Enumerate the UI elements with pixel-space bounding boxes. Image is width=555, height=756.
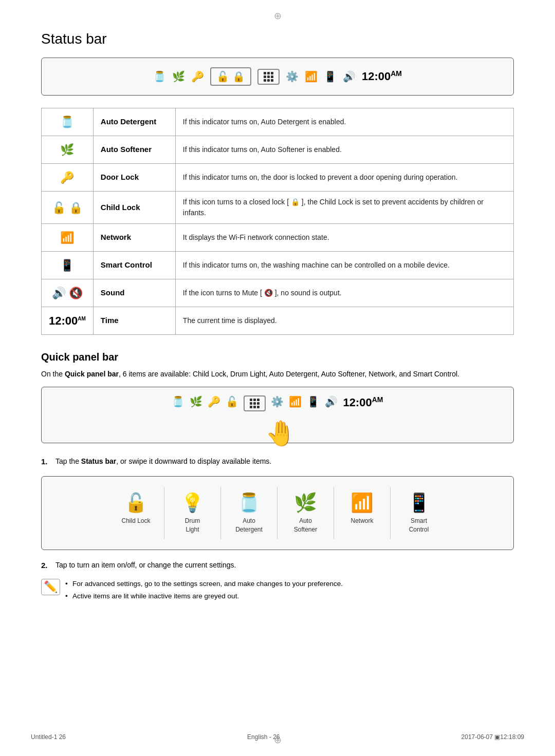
panel-auto-softener-label: AutoSoftener xyxy=(294,517,317,534)
note-bullets: For advanced settings, go to the setting… xyxy=(65,578,343,603)
smart-control-desc: If this indicator turns on, the washing … xyxy=(175,252,513,279)
table-row: 🔓 🔒 Child Lock If this icon turns to a c… xyxy=(42,192,514,224)
panel-network-icon: 📶 xyxy=(350,492,374,514)
step-1-text: Tap the Status bar, or swipe it downward… xyxy=(55,456,271,467)
settings-icon: ⚙️ xyxy=(286,70,299,83)
door-lock-icon-cell: 🔑 xyxy=(42,164,94,192)
sound-desc: If the icon turns to Mute [ 🔇 ], no soun… xyxy=(175,279,513,307)
hand-pointer-icon: 🤚 xyxy=(265,419,296,448)
door-lock-icon: 🔑 xyxy=(191,70,204,83)
auto-softener-desc: If this indicator turns on, Auto Softene… xyxy=(175,136,513,164)
panel-item-network: 📶 Network xyxy=(334,487,391,539)
note-section: ✏️ For advanced settings, go to the sett… xyxy=(41,578,514,603)
auto-softener-icon-cell: 🌿 xyxy=(42,136,94,164)
section-title: Status bar xyxy=(41,31,514,47)
time-display: 12:00AM xyxy=(362,69,402,83)
panel-auto-detergent-icon: 🫙 xyxy=(237,492,261,514)
table-row: 🔊 🔇 Sound If the icon turns to Mute [ 🔇 … xyxy=(42,279,514,307)
child-lock-label: Child Lock xyxy=(93,192,175,224)
top-center-crosshair: ⊕ xyxy=(274,10,282,22)
table-row: 🫙 Auto Detergent If this indicator turns… xyxy=(42,108,514,136)
auto-softener-label: Auto Softener xyxy=(93,136,175,164)
sound-icon: 🔊 xyxy=(343,70,356,83)
quick-panel-title: Quick panel bar xyxy=(41,351,514,363)
info-table: 🫙 Auto Detergent If this indicator turns… xyxy=(41,108,514,335)
panel-drum-light-label: DrumLight xyxy=(185,517,200,534)
status-bar-display: 🫙 🌿 🔑 🔓 🔒 ⚙️ 📶 📱 🔊 12:00AM xyxy=(41,58,514,96)
panel-child-lock-icon: 🔓 xyxy=(124,492,147,514)
network-icon-cell: 📶 xyxy=(42,224,94,252)
qb-time-display: 12:00AM xyxy=(343,395,383,409)
panel-smart-control-icon: 📱 xyxy=(408,492,431,514)
child-lock-desc: If this icon turns to a closed lock [ 🔒 … xyxy=(175,192,513,224)
quick-panel-desc: On the Quick panel bar, 6 items are avai… xyxy=(41,368,514,380)
child-lock-highlight: 🔓 🔒 xyxy=(210,67,251,86)
drum-light-icon xyxy=(257,69,280,85)
panel-auto-softener-icon: 🌿 xyxy=(294,492,317,514)
auto-detergent-icon-cell: 🫙 xyxy=(42,108,94,136)
qb-settings-icon: ⚙️ xyxy=(271,395,284,408)
panel-network-label: Network xyxy=(350,517,373,525)
time-desc: The current time is displayed. xyxy=(175,307,513,335)
qb-auto-detergent-icon: 🫙 xyxy=(172,395,184,408)
auto-detergent-desc: If this indicator turns on, Auto Deterge… xyxy=(175,108,513,136)
step-2: 2. Tap to turn an item on/off, or change… xyxy=(41,559,514,572)
time-icon-cell: 12:00AM xyxy=(42,307,94,335)
page-number: English - 26 xyxy=(66,733,461,741)
table-row: 🌿 Auto Softener If this indicator turns … xyxy=(42,136,514,164)
sound-icon-cell: 🔊 🔇 xyxy=(42,279,94,307)
wifi-icon: 📶 xyxy=(305,70,318,83)
note-item-2: Active items are lit while inactive item… xyxy=(65,590,343,602)
panel-smart-control-label: SmartControl xyxy=(409,517,429,534)
panel-drum-light-icon: 💡 xyxy=(181,492,204,514)
door-lock-label: Door Lock xyxy=(93,164,175,192)
step-1: 1. Tap the Status bar, or swipe it downw… xyxy=(41,456,514,468)
panel-item-child-lock: 🔓 Child Lock xyxy=(108,487,164,539)
footer-right: 2017-06-07 ▣12:18:09 xyxy=(461,733,524,741)
qb-child-lock-icon: 🔓 xyxy=(226,395,238,408)
child-lock-icon-closed: 🔒 xyxy=(232,70,245,83)
panel-item-auto-detergent: 🫙 AutoDetergent xyxy=(221,487,278,539)
qb-door-lock-icon: 🔑 xyxy=(208,395,220,408)
auto-detergent-icon: 🫙 xyxy=(153,70,166,83)
footer: Untitled-1 26 English - 26 2017-06-07 ▣1… xyxy=(0,733,555,741)
step-2-text: Tap to turn an item on/off, or change th… xyxy=(55,559,236,571)
table-row: 12:00AM Time The current time is display… xyxy=(42,307,514,335)
table-row: 📱 Smart Control If this indicator turns … xyxy=(42,252,514,279)
note-item-1: For advanced settings, go to the setting… xyxy=(65,578,343,590)
child-lock-icon-cell: 🔓 🔒 xyxy=(42,192,94,224)
panel-auto-detergent-label: AutoDetergent xyxy=(235,517,263,534)
table-row: 📶 Network It displays the Wi-Fi network … xyxy=(42,224,514,252)
auto-softener-icon: 🌿 xyxy=(172,70,185,83)
panel-item-auto-softener: 🌿 AutoSoftener xyxy=(278,487,334,539)
footer-left: Untitled-1 26 xyxy=(31,733,66,741)
time-label: Time xyxy=(93,307,175,335)
qb-sound-icon: 🔊 xyxy=(325,395,338,408)
qb-drum-light-highlight xyxy=(244,395,266,411)
panel-child-lock-label: Child Lock xyxy=(121,517,150,525)
panel-item-smart-control: 📱 SmartControl xyxy=(391,487,447,539)
step-2-number: 2. xyxy=(41,559,50,572)
smart-control-icon: 📱 xyxy=(324,70,337,83)
panel-items-box: 🔓 Child Lock 💡 DrumLight 🫙 AutoDetergent… xyxy=(41,476,514,550)
smart-control-label: Smart Control xyxy=(93,252,175,279)
smart-control-icon-cell: 📱 xyxy=(42,252,94,279)
note-icon: ✏️ xyxy=(41,579,60,595)
child-lock-icon-open: 🔓 xyxy=(216,70,229,83)
network-desc: It displays the Wi-Fi network connection… xyxy=(175,224,513,252)
auto-detergent-label: Auto Detergent xyxy=(93,108,175,136)
panel-items-row: 🔓 Child Lock 💡 DrumLight 🫙 AutoDetergent… xyxy=(57,487,498,539)
sound-label: Sound xyxy=(93,279,175,307)
qb-wifi-icon: 📶 xyxy=(289,395,302,408)
panel-item-drum-light: 💡 DrumLight xyxy=(164,487,221,539)
step-1-number: 1. xyxy=(41,456,50,468)
network-label: Network xyxy=(93,224,175,252)
quick-bar-display: 🫙 🌿 🔑 🔓 ⚙️ 📶 📱 🔊 12:00AM 🤚 xyxy=(41,387,514,443)
door-lock-desc: If this indicator turns on, the door is … xyxy=(175,164,513,192)
table-row: 🔑 Door Lock If this indicator turns on, … xyxy=(42,164,514,192)
qb-auto-softener-icon: 🌿 xyxy=(190,395,202,408)
qb-smart-control-icon: 📱 xyxy=(307,395,320,408)
